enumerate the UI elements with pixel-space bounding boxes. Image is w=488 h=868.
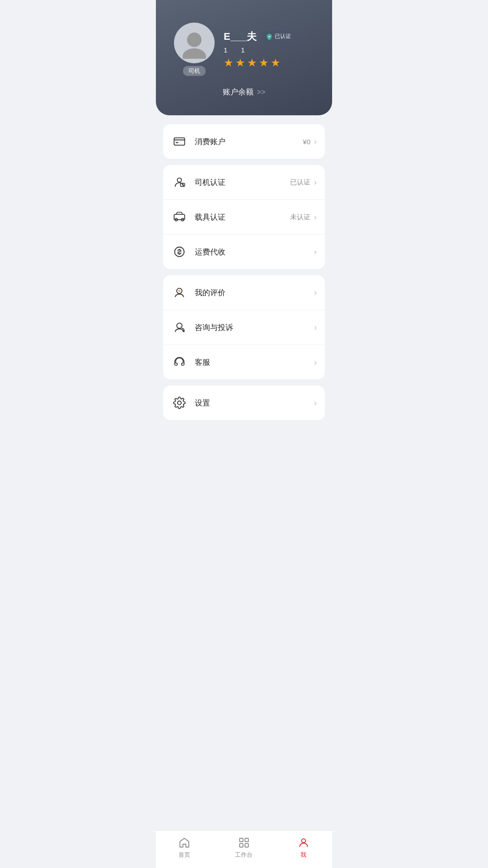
svg-point-1 [183,48,206,59]
account-balance-button[interactable]: 账户余额 >> [223,87,266,97]
star1: ★ [224,57,234,69]
card-service: 我的评价 › 咨询与投诉 › 客服 [163,275,325,379]
profile-header: 司机 E___夫 已认证 1 1 ★ ★ ★ [156,0,332,115]
menu-item-settings[interactable]: 设置 › [163,386,325,420]
profile-info: E___夫 已认证 1 1 ★ ★ ★ ★ ★ [224,30,296,69]
complaint-icon [171,319,188,335]
svg-rect-18 [239,844,243,847]
svg-point-13 [177,323,182,329]
svg-rect-19 [245,844,249,847]
star5: ★ [271,57,281,69]
freight-collect-label: 运费代收 [195,247,310,257]
star3: ★ [247,57,257,69]
svg-rect-17 [245,838,249,842]
menu-item-my-review[interactable]: 我的评价 › [163,275,325,310]
svg-rect-4 [176,142,178,143]
menu-item-customer-service[interactable]: 客服 › [163,345,325,379]
name-row: E___夫 已认证 [224,30,296,43]
menu-item-consume-account[interactable]: 消费账户 ¥0 › [163,124,325,159]
username: E___夫 [224,30,257,43]
menu-item-freight-collect[interactable]: 运费代收 › [163,235,325,269]
nav-home-label: 首页 [178,851,190,859]
svg-point-0 [187,33,202,47]
stars-row: ★ ★ ★ ★ ★ [224,57,296,69]
driver-cert-label: 司机认证 [195,177,290,188]
consult-complaint-chevron: › [314,323,317,332]
svg-rect-2 [174,138,184,145]
stats-row: 1 1 [224,46,296,54]
customer-service-label: 客服 [195,357,310,368]
star4: ★ [259,57,269,69]
menu-item-driver-cert[interactable]: 司机认证 已认证 › [163,165,325,200]
vehicle-cert-chevron: › [314,212,317,222]
vehicle-cert-icon [171,209,188,225]
workbench-icon [238,836,250,849]
avatar [174,23,215,63]
verified-badge: 已认证 [261,31,296,42]
consume-account-label: 消费账户 [195,137,303,147]
nav-workbench[interactable]: 工作台 [235,836,253,859]
freight-collect-icon [171,244,188,260]
gear-icon [171,395,188,411]
star2: ★ [235,57,245,69]
svg-point-7 [182,184,183,185]
nav-me[interactable]: 我 [297,836,310,859]
headset-icon [171,354,188,370]
my-review-label: 我的评价 [195,288,310,298]
svg-point-20 [301,839,305,843]
card-account: 消费账户 ¥0 › [163,124,325,159]
vehicle-cert-label: 载具认证 [195,212,290,222]
settings-chevron: › [314,398,317,408]
nav-me-label: 我 [300,851,306,859]
driver-cert-icon [171,174,188,190]
balance-label: 账户余额 [223,87,253,97]
settings-label: 设置 [195,398,310,408]
vehicle-cert-value: 未认证 [290,213,310,222]
svg-point-5 [177,178,181,182]
consume-account-chevron: › [314,137,317,146]
driver-cert-value: 已认证 [290,178,310,187]
nav-home[interactable]: 首页 [178,836,191,859]
content-area: 消费账户 ¥0 › 司机认证 已认证 › [156,115,332,429]
customer-service-chevron: › [314,358,317,367]
avatar-wrapper: 司机 [174,23,215,76]
stat1: 1 [224,46,227,54]
verified-text: 已认证 [275,33,291,40]
consult-complaint-label: 咨询与投诉 [195,322,310,333]
consume-account-value: ¥0 [303,138,310,146]
stat2: 1 [241,46,244,54]
me-icon [297,836,310,849]
card-icon [171,133,188,150]
my-review-chevron: › [314,288,317,297]
home-icon [178,836,191,849]
svg-rect-16 [239,838,243,842]
review-icon [171,284,188,301]
avatar-label: 司机 [183,66,206,76]
nav-workbench-label: 工作台 [235,851,253,859]
balance-chevron: >> [257,88,266,96]
svg-point-15 [178,401,181,405]
profile-row: 司机 E___夫 已认证 1 1 ★ ★ ★ [169,23,319,76]
freight-collect-chevron: › [314,247,317,257]
menu-item-consult-complaint[interactable]: 咨询与投诉 › [163,310,325,345]
driver-cert-chevron: › [314,178,317,187]
menu-item-vehicle-cert[interactable]: 载具认证 未认证 › [163,200,325,235]
card-certification: 司机认证 已认证 › 载具认证 未认证 › [163,165,325,269]
card-settings: 设置 › [163,386,325,420]
bottom-nav: 首页 工作台 我 [156,830,332,868]
